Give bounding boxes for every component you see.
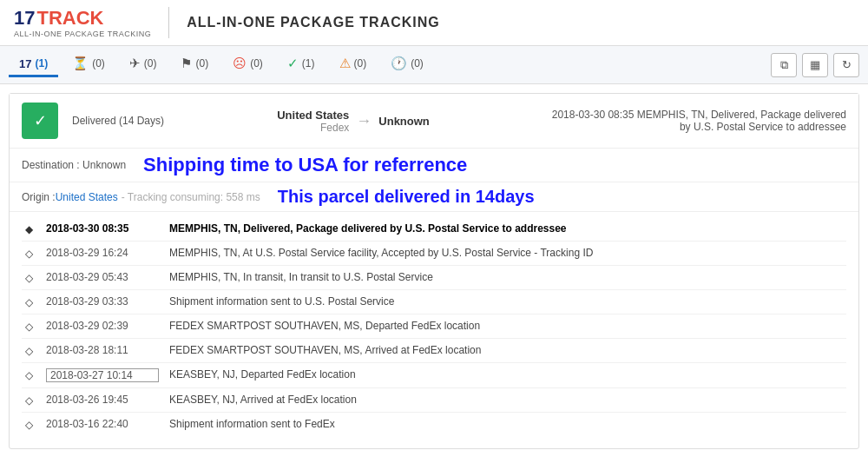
tab-all-count: (1) [35,57,48,70]
event-date: 2018-03-27 10:14 [46,368,159,382]
event-description: MEMPHIS, TN, At U.S. Postal Service faci… [169,247,846,259]
refresh-button[interactable]: ↻ [833,53,859,77]
tab-pending-count: (0) [92,57,105,70]
table-row: ◇2018-03-26 19:45KEASBEY, NJ, Arrived at… [22,388,846,413]
hourglass-icon: ⏳ [72,56,89,71]
table-row: ◇2018-03-16 22:40Shipment information se… [22,413,846,436]
table-row: ◇2018-03-29 05:43MEMPHIS, TN, In transit… [22,266,846,290]
logo-track: TRACK [36,7,103,30]
diamond-empty-icon: ◇ [22,419,36,431]
info-bar: Destination : Unknown Shipping time to U… [10,149,858,182]
event-description: MEMPHIS, TN, In transit, In transit to U… [169,271,846,283]
route-arrow-icon: → [356,112,372,130]
tab-expired[interactable]: 🕐 (0) [380,51,434,78]
table-row: ◇2018-03-28 18:11FEDEX SMARTPOST SOUTHAV… [22,339,846,363]
tab-alert[interactable]: ⚠ (0) [329,51,378,78]
logo-top: 17 TRACK [14,7,151,30]
status-icon: ✓ [34,111,47,130]
events-table: ◆2018-03-30 08:35MEMPHIS, TN, Delivered,… [10,212,858,448]
event-description: KEASBEY, NJ, Arrived at FedEx location [169,394,846,406]
diamond-filled-icon: ◆ [22,223,36,235]
header-divider [168,7,169,38]
event-date: 2018-03-30 08:35 [46,222,159,235]
origin-country: United States [277,109,349,122]
route-destination: Unknown [378,115,430,128]
tab-undelivered-count: (0) [250,57,263,70]
destination-label: Destination : Unknown [22,159,126,171]
main-content: ✓ Delivered (14 Days) United States Fede… [0,93,868,449]
tab-transit[interactable]: ✈ (0) [119,51,168,78]
event-description: MEMPHIS, TN, Delivered, Package delivere… [169,222,846,235]
delivered-label: Delivered (14 Days) [72,115,164,127]
event-description: FEDEX SMARTPOST SOUTHAVEN, MS, Departed … [169,320,846,332]
event-date: 2018-03-29 16:24 [46,247,159,259]
sad-icon: ☹ [233,56,247,71]
tab-delivered[interactable]: ✓ (1) [277,51,326,78]
origin-text-label: Origin : [22,191,56,203]
status-badge: ✓ [22,103,58,139]
diamond-empty-icon: ◇ [22,394,36,407]
table-row: ◇2018-03-27 10:14KEASBEY, NJ, Departed F… [22,363,846,388]
event-description: KEASBEY, NJ, Departed FedEx location [169,368,846,381]
last-event-text: 2018-03-30 08:35 MEMPHIS, TN, Delivered,… [542,109,846,133]
logo-17: 17 [14,7,35,30]
route-origin: United States Fedex [277,109,349,134]
promo-text-2: This parcel delivered in 14days [278,187,535,207]
event-description: Shipment information sent to U.S. Postal… [169,295,846,308]
page-title: ALL-IN-ONE PACKAGE TRACKING [187,15,440,30]
tab-undelivered[interactable]: ☹ (0) [222,51,273,78]
event-date: 2018-03-16 22:40 [46,418,159,430]
diamond-empty-icon: ◇ [22,321,36,333]
origin-country-link[interactable]: United States [56,191,118,203]
diamond-empty-icon: ◇ [22,272,36,284]
tracking-time: - Tracking consuming: 558 ms [122,191,260,203]
package-card: ✓ Delivered (14 Days) United States Fede… [9,93,859,449]
origin-bar: Origin : United States - Tracking consum… [10,182,858,212]
tab-all[interactable]: 17 (1) [9,53,58,77]
header: 17 TRACK ALL-IN-ONE PACKAGE TRACKING ALL… [0,0,868,46]
copy-button[interactable]: ⧉ [771,53,797,77]
grid-button[interactable]: ▦ [802,53,828,77]
tab-delivered-count: (1) [302,57,315,70]
table-row: ◇2018-03-29 02:39FEDEX SMARTPOST SOUTHAV… [22,314,846,339]
table-row: ◇2018-03-29 03:33Shipment information se… [22,290,846,314]
toolbar-right: ⧉ ▦ ↻ [771,53,859,77]
event-date: 2018-03-29 05:43 [46,271,159,283]
table-row: ◆2018-03-30 08:35MEMPHIS, TN, Delivered,… [22,217,846,242]
toolbar: 17 (1) ⏳ (0) ✈ (0) ⚑ (0) ☹ (0) ✓ (1) ⚠ (… [0,46,868,84]
event-description: FEDEX SMARTPOST SOUTHAVEN, MS, Arrived a… [169,344,846,356]
table-row: ◇2018-03-29 16:24MEMPHIS, TN, At U.S. Po… [22,242,846,266]
tab-alert-count: (0) [354,57,367,70]
event-date: 2018-03-28 18:11 [46,344,159,356]
diamond-empty-icon: ◇ [22,296,36,308]
airplane-icon: ✈ [129,56,141,71]
tab-pickup[interactable]: ⚑ (0) [170,51,219,78]
check-icon: ✓ [287,56,299,71]
event-date: 2018-03-29 03:33 [46,295,159,308]
diamond-empty-icon: ◇ [22,248,36,260]
alert-icon: ⚠ [339,56,351,71]
event-date: 2018-03-29 02:39 [46,320,159,332]
tab-transit-count: (0) [144,57,157,70]
route-info: United States Fedex → Unknown [178,109,529,134]
diamond-empty-icon: ◇ [22,369,36,381]
tab-all-icon: 17 [19,57,31,70]
event-description: Shipment information sent to FedEx [169,418,846,430]
event-date: 2018-03-26 19:45 [46,394,159,406]
tab-pending[interactable]: ⏳ (0) [62,51,115,78]
promo-text-1: Shipping time to USA for referrence [143,154,467,176]
diamond-empty-icon: ◇ [22,345,36,357]
clock-icon: 🕐 [391,56,407,71]
tab-pickup-count: (0) [195,57,208,70]
carrier-name: Fedex [277,122,349,134]
tab-expired-count: (0) [411,57,424,70]
flag-icon: ⚑ [181,56,192,71]
package-header: ✓ Delivered (14 Days) United States Fede… [10,94,858,149]
logo-area: 17 TRACK ALL-IN-ONE PACKAGE TRACKING [14,7,151,38]
logo-sub: ALL-IN-ONE PACKAGE TRACKING [14,30,151,38]
